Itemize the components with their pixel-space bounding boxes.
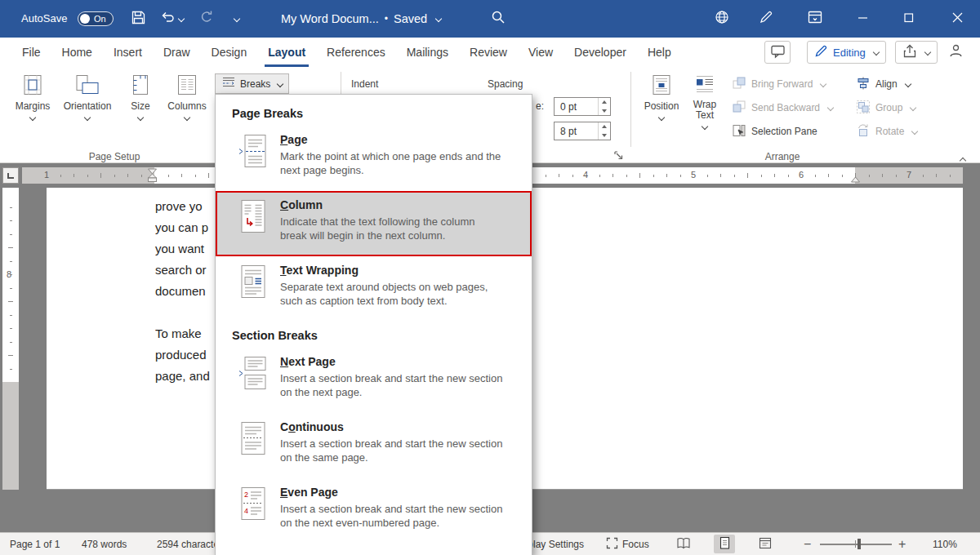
ink-button[interactable] (750, 0, 782, 38)
document-text: prove yoyou can pyou wantsearch ordocume… (155, 196, 210, 387)
breaks-button[interactable]: Breaks (215, 73, 289, 94)
word-window: AutoSave On My Word Docum... • Saved Fil… (0, 0, 980, 555)
comment-icon (770, 44, 786, 61)
selection-pane-icon (732, 123, 746, 140)
document-text-line: search or (155, 260, 210, 281)
tab-references[interactable]: References (316, 38, 396, 67)
spacing-before-input[interactable]: 0 pt (554, 97, 611, 116)
wrap-text-button[interactable]: Wrap Text (688, 73, 722, 129)
focus-button[interactable]: Focus (606, 533, 649, 555)
breaks-menu-item-page[interactable]: PageMark the point at which one page end… (216, 126, 532, 191)
chevron-down-icon (137, 114, 144, 121)
group-divider (630, 72, 631, 147)
menu-item-title: Page (280, 133, 504, 146)
editing-mode-button[interactable]: Editing (807, 41, 886, 64)
orientation-icon (75, 73, 100, 99)
comments-button[interactable] (764, 41, 791, 64)
orientation-button[interactable]: Orientation (59, 73, 116, 120)
spinner-down-icon[interactable] (599, 131, 610, 140)
web-layout-icon (759, 537, 772, 552)
chevron-down-icon (234, 16, 240, 22)
undo-button[interactable] (157, 0, 188, 38)
position-button[interactable]: Position (640, 73, 683, 120)
spacing-after-input[interactable]: 8 pt (554, 122, 611, 140)
group-button[interactable]: Group (856, 99, 915, 117)
document-text-line: prove yo (155, 196, 210, 217)
tab-home[interactable]: Home (51, 38, 103, 67)
zoom-slider-track[interactable] (820, 544, 892, 545)
minimize-button[interactable] (844, 0, 881, 38)
tab-draw[interactable]: Draw (153, 38, 201, 67)
save-button[interactable] (124, 0, 152, 38)
read-mode-button[interactable] (673, 535, 694, 553)
vertical-ruler[interactable]: 8 (2, 188, 19, 490)
breaks-menu-item-text-wrapping[interactable]: Text WrappingSeparate text around object… (216, 256, 532, 322)
send-backward-button[interactable]: Send Backward (732, 99, 833, 117)
ribbon-display-options-icon (807, 9, 823, 29)
document-title-group[interactable]: My Word Docum... • Saved (281, 0, 441, 38)
margins-button[interactable]: Margins (10, 73, 56, 120)
menu-item-desc: Insert a section break and start the new… (280, 437, 504, 464)
spinner-up-icon[interactable] (599, 122, 610, 131)
zoom-out-button[interactable]: − (804, 533, 811, 555)
print-layout-button[interactable] (714, 535, 735, 553)
menu-item-title: Column (280, 198, 504, 211)
breaks-menu-item-continuous[interactable]: ContinuousInsert a section break and sta… (216, 413, 532, 478)
chevron-down-icon (910, 104, 916, 111)
align-button[interactable]: Align (856, 75, 911, 93)
size-button[interactable]: Size (122, 73, 158, 120)
search-button[interactable] (483, 0, 513, 38)
columns-button[interactable]: Columns (163, 73, 211, 120)
autosave-toggle[interactable]: On (78, 11, 114, 26)
tab-design[interactable]: Design (201, 38, 258, 67)
zoom-level[interactable]: 110% (933, 533, 957, 555)
wrap-text-icon (694, 73, 715, 97)
tab-help[interactable]: Help (637, 38, 682, 67)
breaks-menu-item-next-page[interactable]: Next PageInsert a section break and star… (216, 348, 532, 413)
paragraph-dialog-launcher[interactable] (613, 149, 624, 164)
spinner-up-icon[interactable] (599, 98, 610, 107)
globe-icon (714, 9, 730, 29)
ribbon-display-options-button[interactable] (797, 0, 833, 38)
maximize-button[interactable] (890, 0, 927, 38)
zoom-in-button[interactable]: + (898, 533, 906, 555)
indent-markers[interactable] (147, 168, 158, 183)
web-options-button[interactable] (706, 0, 738, 38)
menu-item-desc: Insert a section break and start the new… (280, 502, 504, 530)
account-button[interactable] (939, 38, 972, 67)
close-button[interactable] (938, 0, 977, 38)
tab-mailings[interactable]: Mailings (396, 38, 459, 67)
position-icon (651, 73, 672, 99)
page-break-icon (238, 133, 269, 172)
word-count[interactable]: 478 words (82, 533, 127, 555)
tab-review[interactable]: Review (459, 38, 518, 67)
title-separator: • (385, 13, 388, 24)
tab-file[interactable]: File (11, 38, 51, 67)
zoom-slider-thumb[interactable] (858, 539, 861, 549)
spinner-down-icon[interactable] (599, 107, 610, 116)
svg-text:4: 4 (244, 507, 248, 515)
tab-layout[interactable]: Layout (257, 38, 316, 67)
quick-access-toolbar-button[interactable] (225, 0, 245, 38)
ruler-number: 1 (44, 170, 49, 180)
ruler-number: 6 (799, 170, 804, 180)
autosave-state: On (94, 14, 106, 24)
tab-developer[interactable]: Developer (564, 38, 637, 67)
breaks-menu-item-even-page[interactable]: 24Even PageInsert a section break and st… (216, 478, 532, 544)
bring-forward-button[interactable]: Bring Forward (732, 75, 826, 93)
tab-insert[interactable]: Insert (103, 38, 153, 67)
continuous-break-icon (238, 420, 269, 460)
selection-pane-button[interactable]: Selection Pane (732, 122, 817, 140)
web-layout-button[interactable] (755, 535, 776, 553)
redo-button[interactable] (194, 0, 219, 38)
tab-view[interactable]: View (518, 38, 564, 67)
share-icon (902, 44, 917, 61)
rotate-button[interactable]: Rotate (856, 122, 917, 140)
tab-selector[interactable] (2, 167, 19, 184)
breaks-menu-item-column[interactable]: ColumnIndicate that the text following t… (216, 191, 532, 256)
chevron-down-icon (911, 128, 918, 135)
ribbon-tabs: FileHomeInsertDrawDesignLayoutReferences… (11, 38, 682, 67)
page-indicator[interactable]: Page 1 of 1 (10, 533, 60, 555)
share-button[interactable] (895, 41, 938, 64)
save-icon (131, 10, 146, 29)
